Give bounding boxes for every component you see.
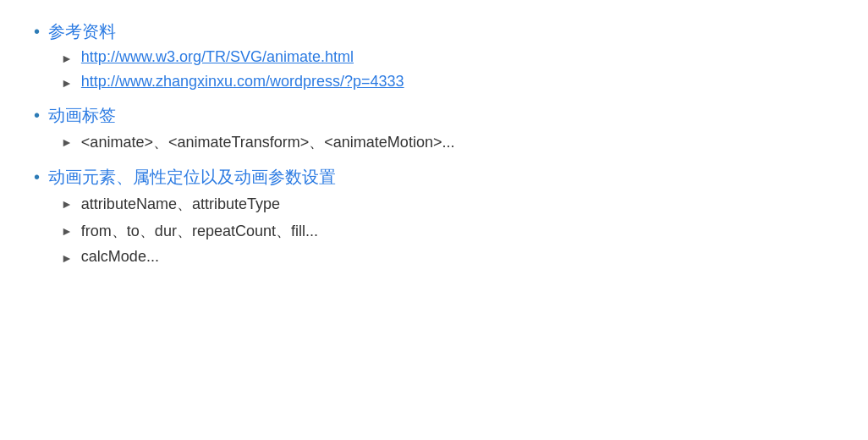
elements-text-3: calcMode... xyxy=(81,248,159,266)
sub-item-elements-1: ► attributeName、attributeType xyxy=(61,194,834,214)
arrow-icon-2: ► xyxy=(61,76,73,90)
sub-item-ref-2: ► http://www.zhangxinxu.com/wordpress/?p… xyxy=(61,73,834,91)
sub-list-elements: ► attributeName、attributeType ► from、to、… xyxy=(61,194,834,266)
elements-text-2: from、to、dur、repeatCount、fill... xyxy=(81,221,318,241)
elements-text-1: attributeName、attributeType xyxy=(81,194,280,214)
section-label-elements: 动画元素、属性定位以及动画参数设置 xyxy=(48,166,336,189)
sub-item-elements-2: ► from、to、dur、repeatCount、fill... xyxy=(61,221,834,241)
section-animation-elements: • 动画元素、属性定位以及动画参数设置 ► attributeName、attr… xyxy=(34,166,834,266)
sub-item-ref-1: ► http://www.w3.org/TR/SVG/animate.html xyxy=(61,48,834,66)
bullet-dot-1: • xyxy=(34,22,40,41)
sub-list-references: ► http://www.w3.org/TR/SVG/animate.html … xyxy=(61,48,834,91)
bullet-dot-2: • xyxy=(34,106,40,125)
arrow-icon-5: ► xyxy=(61,224,73,238)
bullet-item-elements: • 动画元素、属性定位以及动画参数设置 xyxy=(34,166,834,189)
main-list: • 参考资料 ► http://www.w3.org/TR/SVG/animat… xyxy=(34,20,834,266)
bullet-item-tags: • 动画标签 xyxy=(34,104,834,127)
link-zhangxinxu[interactable]: http://www.zhangxinxu.com/wordpress/?p=4… xyxy=(81,73,404,91)
tags-text: <animate>、<animateTransform>、<animateMot… xyxy=(81,132,455,152)
sub-item-tags-1: ► <animate>、<animateTransform>、<animateM… xyxy=(61,132,834,152)
bullet-dot-3: • xyxy=(34,168,40,187)
arrow-icon-4: ► xyxy=(61,197,73,211)
section-label-references: 参考资料 xyxy=(48,20,116,43)
section-label-tags: 动画标签 xyxy=(48,104,116,127)
arrow-icon-6: ► xyxy=(61,251,73,265)
section-animation-tags: • 动画标签 ► <animate>、<animateTransform>、<a… xyxy=(34,104,834,152)
sub-item-elements-3: ► calcMode... xyxy=(61,248,834,266)
section-references: • 参考资料 ► http://www.w3.org/TR/SVG/animat… xyxy=(34,20,834,91)
bullet-item-references: • 参考资料 xyxy=(34,20,834,43)
sub-list-tags: ► <animate>、<animateTransform>、<animateM… xyxy=(61,132,834,152)
arrow-icon-3: ► xyxy=(61,135,73,149)
link-w3org[interactable]: http://www.w3.org/TR/SVG/animate.html xyxy=(81,48,354,66)
arrow-icon-1: ► xyxy=(61,52,73,65)
